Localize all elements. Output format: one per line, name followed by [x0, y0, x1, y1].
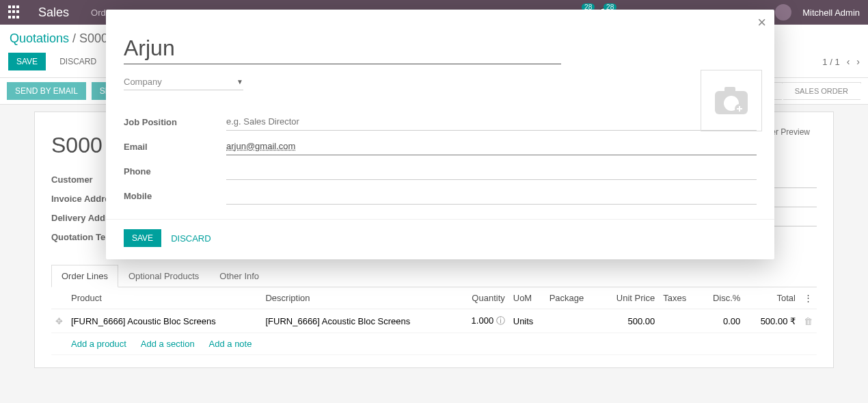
- cell-disc[interactable]: 0.00: [699, 309, 745, 333]
- image-placeholder[interactable]: [701, 70, 762, 131]
- tabs: Order Lines Optional Products Other Info: [51, 265, 817, 287]
- brand-label[interactable]: Sales: [38, 5, 69, 20]
- col-uom: UoM: [509, 287, 545, 309]
- col-taxes: Taxes: [659, 287, 699, 309]
- add-product-link[interactable]: Add a product: [71, 339, 126, 349]
- pager-next-icon[interactable]: ›: [856, 56, 860, 67]
- col-quantity: Quantity: [456, 287, 509, 309]
- trash-icon[interactable]: 🗑: [800, 309, 817, 333]
- pager-text: 1 / 1: [822, 57, 839, 67]
- email-label: Email: [124, 142, 226, 152]
- table-row[interactable]: ✥ [FURN_6666] Acoustic Bloc Screens [FUR…: [51, 309, 817, 333]
- phone-label: Phone: [124, 166, 226, 177]
- breadcrumb-sep: /: [72, 31, 79, 45]
- job-field[interactable]: [226, 113, 757, 131]
- cell-unitprice[interactable]: 500.00: [599, 309, 659, 333]
- modal-discard-button[interactable]: Discard: [171, 233, 211, 244]
- cell-product[interactable]: [FURN_6666] Acoustic Bloc Screens: [67, 309, 261, 333]
- order-lines-table: Product Description Quantity UoM Package…: [51, 287, 817, 355]
- discard-button[interactable]: Discard: [51, 53, 105, 70]
- breadcrumb-root[interactable]: Quotations: [10, 31, 69, 45]
- pager-prev-icon[interactable]: ‹: [847, 56, 850, 67]
- cell-uom[interactable]: Units: [509, 309, 545, 333]
- col-product: Product: [67, 287, 261, 309]
- cell-taxes[interactable]: [659, 309, 699, 333]
- phone-field[interactable]: [226, 162, 757, 180]
- job-label: Job Position: [124, 117, 226, 127]
- user-name[interactable]: Mitchell Admin: [802, 8, 860, 18]
- stage-salesorder[interactable]: Sales Order: [782, 82, 861, 100]
- send-email-button[interactable]: Send by Email: [7, 82, 86, 100]
- svg-rect-1: [724, 87, 735, 94]
- col-disc: Disc.%: [699, 287, 745, 309]
- mobile-field[interactable]: [226, 187, 757, 205]
- col-total: Total: [744, 287, 800, 309]
- col-kebab[interactable]: ⋮: [800, 287, 817, 309]
- save-button[interactable]: Save: [8, 53, 46, 70]
- add-note-link[interactable]: Add a note: [209, 339, 252, 349]
- tab-order-lines[interactable]: Order Lines: [51, 265, 118, 287]
- col-description: Description: [261, 287, 455, 309]
- apps-icon[interactable]: [8, 5, 22, 19]
- name-field[interactable]: [124, 33, 561, 64]
- cell-description[interactable]: [FURN_6666] Acoustic Bloc Screens: [261, 309, 455, 333]
- info-icon[interactable]: ⓘ: [496, 315, 505, 326]
- chevron-down-icon: ▼: [236, 78, 243, 86]
- email-field[interactable]: [226, 138, 757, 155]
- pager: 1 / 1 ‹ ›: [822, 56, 860, 67]
- modal-save-button[interactable]: Save: [124, 229, 161, 247]
- add-section-link[interactable]: Add a section: [141, 339, 195, 349]
- col-package: Package: [545, 287, 600, 309]
- cell-total: 500.00 ₹: [744, 309, 800, 333]
- company-placeholder: Company: [124, 77, 162, 87]
- tab-other[interactable]: Other Info: [209, 265, 269, 287]
- contact-modal: × Company ▼ Job Position Email: [106, 10, 774, 259]
- company-select[interactable]: Company ▼: [124, 74, 243, 90]
- close-icon[interactable]: ×: [757, 14, 766, 31]
- mobile-label: Mobile: [124, 191, 226, 201]
- breadcrumb-current: S000: [79, 31, 108, 45]
- cell-quantity[interactable]: 1.000: [472, 315, 494, 326]
- drag-handle-icon[interactable]: ✥: [51, 309, 67, 333]
- tab-optional[interactable]: Optional Products: [118, 265, 209, 287]
- avatar[interactable]: [775, 4, 791, 21]
- camera-icon: [714, 86, 749, 116]
- cell-package[interactable]: [545, 309, 600, 333]
- col-unitprice: Unit Price: [599, 287, 659, 309]
